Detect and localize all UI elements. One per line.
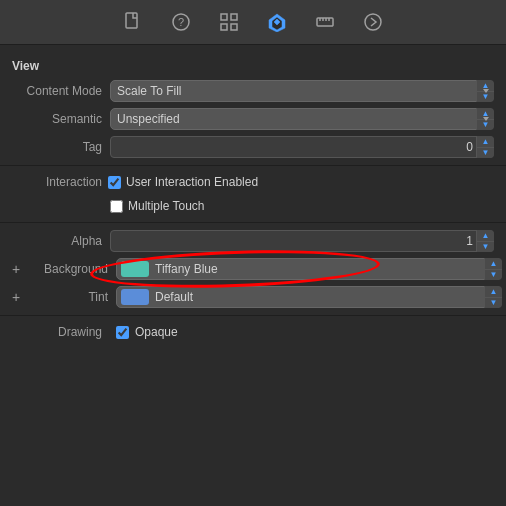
file-icon[interactable] — [121, 10, 145, 34]
background-color-swatch — [121, 261, 149, 277]
background-spinner: ▲ ▼ — [484, 258, 502, 280]
content-mode-spinner: ▲ ▼ — [476, 80, 494, 102]
svg-rect-0 — [126, 13, 137, 28]
svg-text:?: ? — [178, 16, 184, 28]
multiple-touch-text: Multiple Touch — [128, 199, 205, 213]
alpha-wrapper: ▲ ▼ — [110, 230, 494, 252]
semantic-down[interactable]: ▼ — [477, 120, 494, 131]
semantic-up[interactable]: ▲ — [477, 108, 494, 120]
background-control: Tiffany Blue ➜ ▲ ▼ — [116, 258, 502, 280]
svg-point-15 — [365, 14, 381, 30]
user-interaction-row: Interaction User Interaction Enabled — [0, 170, 506, 194]
grid-icon[interactable] — [217, 10, 241, 34]
semantic-wrapper: Unspecified ▲ ▼ — [110, 108, 494, 130]
background-spinner-down[interactable]: ▼ — [485, 270, 502, 281]
tag-control: ▲ ▼ — [110, 136, 494, 158]
drawing-label: Drawing — [12, 325, 102, 339]
multiple-touch-row: Multiple Touch — [0, 194, 506, 218]
alpha-spinner: ▲ ▼ — [476, 230, 494, 252]
semantic-spinner: ▲ ▼ — [476, 108, 494, 130]
tag-up[interactable]: ▲ — [477, 136, 494, 148]
background-row: + Background Tiffany Blue ➜ ▲ ▼ — [0, 255, 506, 283]
tint-plus[interactable]: + — [12, 289, 26, 305]
tag-spinner: ▲ ▼ — [476, 136, 494, 158]
tint-control: Default ▲ ▼ — [116, 286, 502, 308]
semantic-select[interactable]: Unspecified — [110, 108, 494, 130]
svg-rect-6 — [231, 24, 237, 30]
sep3 — [0, 315, 506, 316]
forward-icon[interactable] — [361, 10, 385, 34]
background-color-name: Tiffany Blue — [155, 262, 479, 276]
user-interaction-checkbox[interactable] — [108, 176, 121, 189]
background-label: Background — [28, 262, 108, 276]
sep2 — [0, 222, 506, 223]
tint-color-swatch — [121, 289, 149, 305]
multiple-touch-item: Multiple Touch — [110, 199, 205, 213]
content-mode-select[interactable]: Scale To Fill — [110, 80, 494, 102]
alpha-up[interactable]: ▲ — [477, 230, 494, 242]
user-interaction-text: User Interaction Enabled — [126, 175, 258, 189]
tint-spinner-down[interactable]: ▼ — [485, 298, 502, 309]
ruler-icon[interactable] — [313, 10, 337, 34]
tint-spinner-up[interactable]: ▲ — [485, 286, 502, 298]
tag-down[interactable]: ▼ — [477, 148, 494, 159]
tag-row: Tag ▲ ▼ — [0, 133, 506, 161]
background-color-box[interactable]: Tiffany Blue ➜ — [116, 258, 502, 280]
tag-label: Tag — [12, 140, 102, 154]
content-mode-control: Scale To Fill ▲ ▼ — [110, 80, 494, 102]
tint-spinner: ▲ ▼ — [484, 286, 502, 308]
svg-rect-4 — [231, 14, 237, 20]
drawing-row: Drawing Opaque — [0, 320, 506, 344]
tag-input[interactable] — [110, 136, 494, 158]
tint-color-name: Default — [155, 290, 497, 304]
svg-rect-3 — [221, 14, 227, 20]
section-title: View — [0, 53, 506, 77]
help-icon[interactable]: ? — [169, 10, 193, 34]
tint-color-box[interactable]: Default — [116, 286, 502, 308]
opaque-checkbox[interactable] — [116, 326, 129, 339]
sep1 — [0, 165, 506, 166]
tag-wrapper: ▲ ▼ — [110, 136, 494, 158]
alpha-down[interactable]: ▼ — [477, 242, 494, 253]
semantic-label: Semantic — [12, 112, 102, 126]
alpha-input[interactable] — [110, 230, 494, 252]
content-mode-label: Content Mode — [12, 84, 102, 98]
opaque-text: Opaque — [135, 325, 178, 339]
background-spinner-up[interactable]: ▲ — [485, 258, 502, 270]
alpha-row: Alpha ▲ ▼ — [0, 227, 506, 255]
semantic-control: Unspecified ▲ ▼ — [110, 108, 494, 130]
background-plus[interactable]: + — [12, 261, 26, 277]
content-mode-wrapper: Scale To Fill ▲ ▼ — [110, 80, 494, 102]
toolbar: ? — [0, 0, 506, 45]
tint-row: + Tint Default ▲ ▼ — [0, 283, 506, 311]
properties-panel: View Content Mode Scale To Fill ▲ ▼ Sema… — [0, 45, 506, 352]
svg-rect-5 — [221, 24, 227, 30]
multiple-touch-checkbox[interactable] — [110, 200, 123, 213]
content-mode-down[interactable]: ▼ — [477, 92, 494, 103]
content-mode-up[interactable]: ▲ — [477, 80, 494, 92]
alpha-control: ▲ ▼ — [110, 230, 494, 252]
attributes-icon[interactable] — [265, 10, 289, 34]
interaction-label: Interaction — [12, 175, 102, 189]
alpha-label: Alpha — [12, 234, 102, 248]
user-interaction-item: User Interaction Enabled — [108, 175, 494, 189]
content-mode-row: Content Mode Scale To Fill ▲ ▼ — [0, 77, 506, 105]
tint-label: Tint — [28, 290, 108, 304]
semantic-row: Semantic Unspecified ▲ ▼ — [0, 105, 506, 133]
